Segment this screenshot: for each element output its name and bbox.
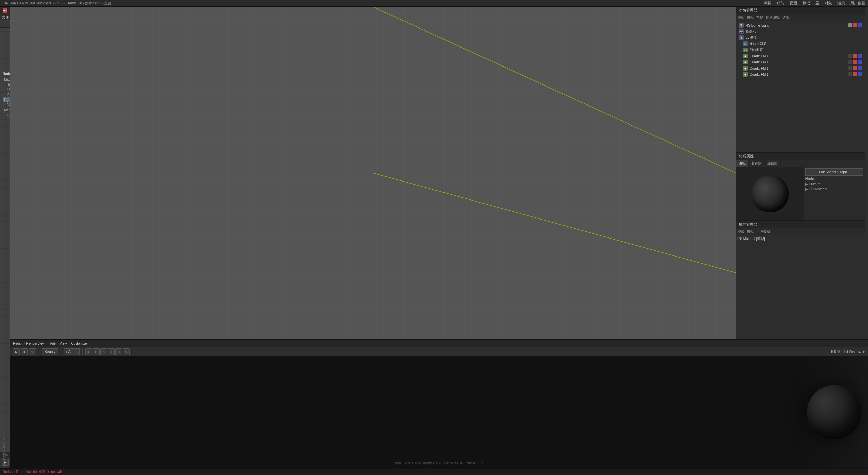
obj-row-subdiv[interactable]: ⬡ 细分曲面 bbox=[737, 47, 863, 53]
rs-material-item: ▶ RS Material bbox=[805, 187, 863, 191]
quartz-4-icon: ◈ bbox=[743, 72, 748, 77]
quartz-4-name: Quartz FM 1 bbox=[750, 73, 846, 76]
object-manager: 对象管理器 模型 编辑 功能 网格编辑 选项 💡 RS Dome Light bbox=[736, 7, 865, 153]
menu-item-obj[interactable]: 对象 bbox=[825, 1, 832, 6]
rv-btn-1[interactable]: ⊞ bbox=[85, 348, 92, 355]
quartz-4-icons bbox=[848, 72, 862, 76]
obj-row-quartz-2[interactable]: ◈ Quartz FM 1 bbox=[737, 59, 863, 65]
nodes-section-header: Nodes bbox=[805, 177, 863, 181]
attr-content: RS Material [模型] bbox=[736, 235, 865, 288]
render-fit-window[interactable]: Fit Window ▼ bbox=[844, 350, 865, 354]
edit-shader-graph-btn[interactable]: Edit Shader Graph... bbox=[805, 168, 863, 176]
obj-toolbar-mesh[interactable]: 网格编辑 bbox=[766, 15, 780, 20]
quartz-1-icons bbox=[848, 54, 862, 58]
q1-icon-a bbox=[848, 54, 852, 58]
obj-icon-2 bbox=[853, 23, 857, 27]
rv-btn-2[interactable]: ⊡ bbox=[93, 348, 100, 355]
menu-item-edit[interactable]: 编辑 bbox=[764, 1, 771, 6]
q3-icon-b bbox=[853, 66, 857, 70]
status-bar: Redshift Error: Material '模型' is not val… bbox=[0, 468, 868, 475]
poly-name: 多边形对象 bbox=[750, 41, 862, 46]
attr-mode-btn[interactable]: 模式 bbox=[737, 229, 744, 234]
svg-line-2 bbox=[373, 7, 736, 173]
q4-icon-c bbox=[858, 72, 862, 76]
render-menu-file[interactable]: File bbox=[50, 342, 56, 345]
attr-mgr-titlebar: 属性管理器 bbox=[736, 221, 865, 228]
quartz-1-name: Quartz FM 1 bbox=[750, 54, 846, 58]
obj-row-camera[interactable]: 📷 摄像机 bbox=[737, 28, 863, 35]
mat-preview-title: 材质属性 bbox=[739, 154, 754, 159]
obj-toolbar-func[interactable]: 功能 bbox=[756, 15, 763, 20]
menu-item-mark[interactable]: 标记 bbox=[803, 1, 810, 6]
quartz-3-name: Quartz FM 1 bbox=[750, 66, 846, 70]
obj-row-quartz-3[interactable]: ◈ Quartz FM 1 bbox=[737, 65, 863, 71]
render-view: Redshift RenderView File View Customize … bbox=[10, 339, 868, 475]
attr-edit-btn[interactable]: 编辑 bbox=[747, 229, 754, 234]
menu-item-userdata[interactable]: 用户数据 bbox=[850, 1, 865, 6]
camera-icon: 📷 bbox=[739, 29, 744, 34]
rv-btn-4[interactable]: ○ bbox=[108, 348, 115, 355]
material-preview: 材质属性 编辑 着色器 编辑器 Edit Shader Graph... bbox=[736, 153, 865, 221]
shader-graph-icon: RS bbox=[3, 8, 7, 13]
render-beauty-btn[interactable]: Beauty bbox=[42, 348, 58, 355]
menu-item-func[interactable]: 功能 bbox=[777, 1, 784, 6]
render-menu-view[interactable]: View bbox=[60, 342, 67, 345]
obj-row-quartz-1[interactable]: ◈ Quartz FM 1 bbox=[737, 53, 863, 59]
attr-mgr-title: 属性管理器 bbox=[739, 222, 757, 227]
render-menu-customize[interactable]: Customize bbox=[71, 342, 87, 345]
mat-tab-edit[interactable]: 编辑 bbox=[736, 160, 749, 167]
obj-icon-3 bbox=[858, 23, 862, 27]
render-stop-btn[interactable]: ■ bbox=[21, 348, 28, 355]
menu-item-render[interactable]: 渲染 bbox=[837, 1, 845, 6]
obj-toolbar-model[interactable]: 模型 bbox=[737, 15, 744, 20]
render-title: Redshift RenderView bbox=[13, 342, 45, 345]
render-zoom-auto[interactable]: ↓ Auto ↓ bbox=[66, 350, 78, 354]
obj-row-l0[interactable]: ⊕ L0 分割 bbox=[737, 35, 863, 41]
obj-content[interactable]: 💡 RS Dome Light 📷 摄像机 bbox=[736, 21, 865, 152]
q3-icon-c bbox=[858, 66, 862, 70]
obj-row-poly[interactable]: □ 多边形对象 bbox=[737, 41, 863, 47]
render-refresh-btn[interactable]: ⟳ bbox=[29, 348, 36, 355]
attr-toolbar: 模式 编辑 用户数据 bbox=[736, 228, 865, 235]
poly-icon: □ bbox=[743, 41, 748, 46]
q1-icon-c bbox=[858, 54, 862, 58]
render-content[interactable]: 微信公众号: 好戴志 围微博: 好戴志 作者: 马德好那 Frame 0 2.1… bbox=[10, 356, 868, 468]
attr-userdata-btn[interactable]: 用户数据 bbox=[756, 229, 770, 234]
quartz-1-icon: ◈ bbox=[743, 54, 748, 58]
obj-row-quartz-4[interactable]: ◈ Quartz FM 1 bbox=[737, 71, 863, 77]
rv-btn-5[interactable]: □ bbox=[115, 348, 122, 355]
quartz-2-name: Quartz FM 1 bbox=[750, 60, 846, 64]
obj-toolbar-edit[interactable]: 编辑 bbox=[747, 15, 754, 20]
render-divider-3 bbox=[82, 348, 83, 355]
mat-tab-editor[interactable]: 编辑器 bbox=[765, 160, 781, 167]
obj-toolbar-options[interactable]: 选项 bbox=[782, 15, 789, 20]
obj-row-dome-light[interactable]: 💡 RS Dome Light bbox=[737, 22, 863, 28]
mat-preview-content: Edit Shader Graph... Nodes ▶ Output ▶ RS… bbox=[736, 167, 865, 220]
l0-icon: ⊕ bbox=[739, 35, 744, 40]
rv-btn-3[interactable]: ✕ bbox=[100, 348, 107, 355]
viewport-3d[interactable] bbox=[10, 7, 736, 339]
q3-icon-a bbox=[848, 66, 852, 70]
q4-icon-b bbox=[853, 72, 857, 76]
render-zoom-control: ↓ Auto ↓ bbox=[64, 348, 80, 355]
quartz-2-icon: ◈ bbox=[743, 60, 748, 64]
rv-btn-6[interactable]: ◇ bbox=[123, 348, 130, 355]
app-title: CINEMA 4D R19.068 Studio (RC - R19) - [H… bbox=[3, 1, 111, 6]
menu-item-layer[interactable]: 层 bbox=[815, 1, 819, 6]
mat-preview-titlebar: 材质属性 bbox=[736, 153, 865, 160]
menu-item-view[interactable]: 视图 bbox=[790, 1, 797, 6]
attr-manager: 属性管理器 模式 编辑 用户数据 RS Material [模型] bbox=[736, 221, 865, 288]
obj-icon-1 bbox=[848, 23, 852, 27]
top-bar: CINEMA 4D R19.068 Studio (RC - R19) - [H… bbox=[0, 0, 868, 7]
mat-preview-tabs: 编辑 着色器 编辑器 bbox=[736, 160, 865, 167]
q4-icon-a bbox=[848, 72, 852, 76]
q2-icon-c bbox=[858, 60, 862, 64]
render-play-btn[interactable]: ▶ bbox=[13, 348, 20, 355]
right-area: 对象管理器 模型 编辑 功能 网格编辑 选项 💡 RS Dome Light bbox=[10, 7, 868, 475]
render-divider bbox=[39, 348, 39, 355]
quartz-3-icons bbox=[848, 66, 862, 70]
graph-menu-file[interactable]: 文件 bbox=[2, 15, 9, 20]
mat-tab-shader[interactable]: 着色器 bbox=[749, 160, 765, 167]
render-view-btns: ⊞ ⊡ ✕ ○ □ ◇ bbox=[85, 348, 130, 355]
render-titlebar: Redshift RenderView File View Customize bbox=[10, 340, 868, 347]
